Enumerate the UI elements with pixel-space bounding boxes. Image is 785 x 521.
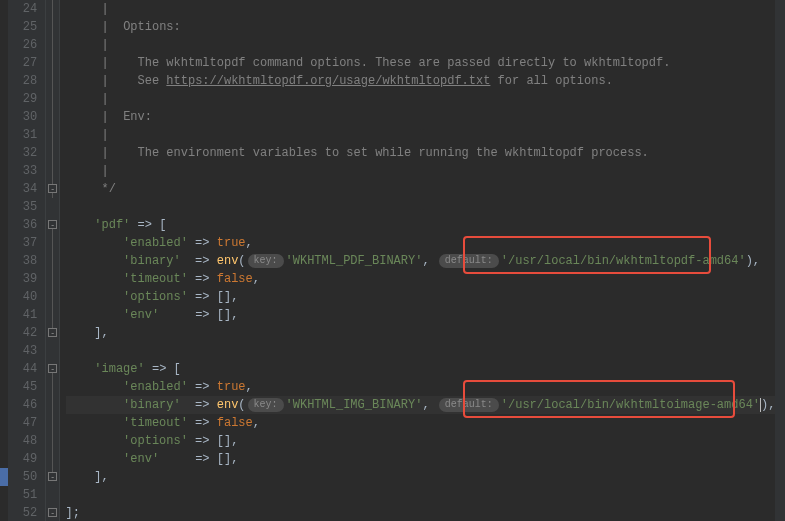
- line-number[interactable]: 47: [8, 414, 38, 432]
- line-number[interactable]: 32: [8, 144, 38, 162]
- line-number[interactable]: 39: [8, 270, 38, 288]
- line-number[interactable]: 49: [8, 450, 38, 468]
- code-line: | The wkhtmltopdf command options. These…: [66, 54, 776, 72]
- code-line: 'binary' => env(key:'WKHTML_PDF_BINARY',…: [66, 252, 776, 270]
- code-line: [66, 198, 776, 216]
- line-number[interactable]: 33: [8, 162, 38, 180]
- overview-ruler[interactable]: [775, 0, 785, 521]
- code-line: 'pdf' => [: [66, 216, 776, 234]
- fold-end-icon[interactable]: -: [48, 472, 57, 481]
- code-line: ],: [66, 324, 776, 342]
- doc-link[interactable]: https://wkhtmltopdf.org/usage/wkhtmltopd…: [166, 74, 490, 88]
- code-line: 'binary' => env(key:'WKHTML_IMG_BINARY',…: [66, 396, 776, 414]
- code-line: 'options' => [],: [66, 288, 776, 306]
- line-number[interactable]: 34: [8, 180, 38, 198]
- line-number[interactable]: 46: [8, 396, 38, 414]
- fold-end-icon[interactable]: -: [48, 328, 57, 337]
- code-line: | Env:: [66, 108, 776, 126]
- code-line: [66, 342, 776, 360]
- fold-start-icon[interactable]: -: [48, 364, 57, 373]
- code-line: | Options:: [66, 18, 776, 36]
- line-number[interactable]: 24: [8, 0, 38, 18]
- code-line: 'image' => [: [66, 360, 776, 378]
- line-number[interactable]: 37: [8, 234, 38, 252]
- line-number[interactable]: 29: [8, 90, 38, 108]
- code-line: |: [66, 90, 776, 108]
- line-number[interactable]: 30: [8, 108, 38, 126]
- line-number[interactable]: 43: [8, 342, 38, 360]
- param-hint-key: key:: [248, 254, 284, 268]
- fold-end-icon[interactable]: -: [48, 508, 57, 517]
- line-number[interactable]: 25: [8, 18, 38, 36]
- line-number[interactable]: 28: [8, 72, 38, 90]
- line-number[interactable]: 44: [8, 360, 38, 378]
- code-line: 'enabled' => true,: [66, 378, 776, 396]
- code-line: ];: [66, 504, 776, 521]
- param-hint-default: default:: [439, 254, 499, 268]
- param-hint-key: key:: [248, 398, 284, 412]
- line-number[interactable]: 41: [8, 306, 38, 324]
- line-number[interactable]: 45: [8, 378, 38, 396]
- bookmark-marker[interactable]: [0, 468, 8, 486]
- code-line: | The environment variables to set while…: [66, 144, 776, 162]
- code-line: |: [66, 0, 776, 18]
- line-number[interactable]: 35: [8, 198, 38, 216]
- line-number-gutter[interactable]: 2425262728293031323334353637383940414243…: [8, 0, 47, 521]
- line-number[interactable]: 40: [8, 288, 38, 306]
- code-line: */: [66, 180, 776, 198]
- line-number[interactable]: 51: [8, 486, 38, 504]
- line-number[interactable]: 52: [8, 504, 38, 521]
- code-line: |: [66, 36, 776, 54]
- code-line: ],: [66, 468, 776, 486]
- line-number[interactable]: 27: [8, 54, 38, 72]
- line-number[interactable]: 26: [8, 36, 38, 54]
- left-marker-stripe: [0, 0, 8, 521]
- line-number[interactable]: 31: [8, 126, 38, 144]
- code-line: 'timeout' => false,: [66, 414, 776, 432]
- line-number[interactable]: 36: [8, 216, 38, 234]
- fold-end-icon[interactable]: -: [48, 184, 57, 193]
- fold-column[interactable]: - - - - - -: [46, 0, 59, 521]
- code-line: | See https://wkhtmltopdf.org/usage/wkht…: [66, 72, 776, 90]
- code-line: |: [66, 162, 776, 180]
- code-line: 'options' => [],: [66, 432, 776, 450]
- fold-start-icon[interactable]: -: [48, 220, 57, 229]
- editor-area[interactable]: | | Options: | | The wkhtmltopdf command…: [60, 0, 776, 521]
- param-hint-default: default:: [439, 398, 499, 412]
- line-number[interactable]: 50: [8, 468, 38, 486]
- code-line: 'enabled' => true,: [66, 234, 776, 252]
- code-line: |: [66, 126, 776, 144]
- code-line: 'env' => [],: [66, 306, 776, 324]
- code-line: 'timeout' => false,: [66, 270, 776, 288]
- line-number[interactable]: 38: [8, 252, 38, 270]
- line-number[interactable]: 42: [8, 324, 38, 342]
- code-line: [66, 486, 776, 504]
- code-line: 'env' => [],: [66, 450, 776, 468]
- line-number[interactable]: 48: [8, 432, 38, 450]
